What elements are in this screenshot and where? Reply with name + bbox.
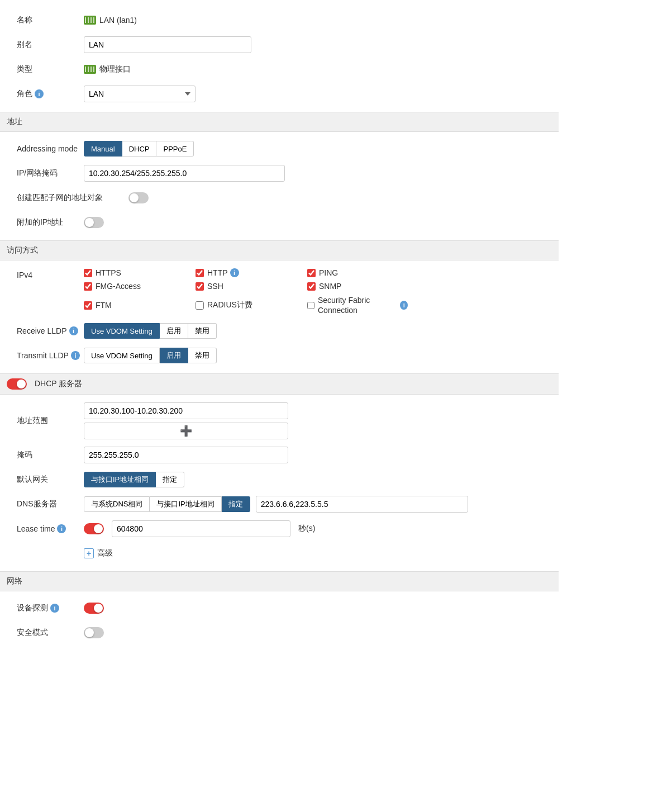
detect-toggle[interactable]	[84, 603, 104, 614]
radius-checkbox-wrap: RADIUS计费	[196, 295, 296, 315]
addressing-mode-value: Manual DHCP PPPoE	[84, 141, 542, 157]
mask-row: 掩码	[17, 446, 542, 464]
receive-lldp-disable-btn[interactable]: 禁用	[188, 323, 217, 339]
gateway-same-btn[interactable]: 与接口IP地址相同	[84, 472, 156, 487]
ssh-label: SSH	[207, 282, 223, 291]
name-label: 名称	[17, 15, 84, 25]
transmit-lldp-enable-btn[interactable]: 启用	[160, 348, 188, 363]
ftm-checkbox[interactable]	[84, 301, 92, 310]
safe-mode-row: 安全模式	[17, 624, 542, 642]
extra-ip-label: 附加的IP地址	[17, 217, 84, 227]
ipv4-checkboxes: HTTPS HTTP i PING FMG-Access SSH SNMP	[84, 268, 542, 315]
fmg-label: FMG-Access	[96, 282, 141, 291]
transmit-lldp-vdom-btn[interactable]: Use VDOM Setting	[84, 348, 160, 363]
snmp-checkbox[interactable]	[307, 282, 316, 291]
detect-toggle-wrap	[84, 603, 542, 614]
addressing-mode-row: Addressing mode Manual DHCP PPPoE	[17, 140, 542, 158]
https-checkbox[interactable]	[84, 269, 92, 277]
dns-specify-btn[interactable]: 指定	[222, 496, 250, 512]
alias-input[interactable]	[84, 36, 251, 53]
addr-range-input[interactable]	[84, 402, 288, 419]
lease-toggle[interactable]	[84, 523, 104, 534]
detect-info-icon[interactable]: i	[50, 604, 59, 613]
gateway-row: 默认网关 与接口IP地址相同 指定	[17, 471, 542, 489]
dns-system-btn[interactable]: 与系统DNS相同	[84, 496, 150, 512]
ftm-label: FTM	[96, 301, 112, 310]
detect-row: 设备探测 i	[17, 599, 542, 617]
dhcp-section-header: DHCP 服务器	[0, 373, 559, 395]
lease-info-icon[interactable]: i	[57, 524, 66, 533]
transmit-lldp-info-icon[interactable]: i	[71, 351, 80, 360]
http-info-icon[interactable]: i	[230, 268, 239, 277]
addressing-mode-group: Manual DHCP PPPoE	[84, 141, 194, 157]
transmit-lldp-row: Transmit LLDP i Use VDOM Setting 启用 禁用	[17, 347, 542, 364]
lease-time-label: Lease time i	[17, 524, 84, 533]
receive-lldp-enable-btn[interactable]: 启用	[160, 323, 188, 339]
http-checkbox-wrap: HTTP i	[196, 268, 296, 277]
ip-mask-label: IP/网络掩码	[17, 168, 84, 178]
advanced-toggle-row[interactable]: + 高级	[84, 548, 113, 558]
mode-dhcp-btn[interactable]: DHCP	[122, 141, 157, 157]
lease-input[interactable]	[112, 520, 290, 537]
gateway-group: 与接口IP地址相同 指定	[84, 472, 184, 487]
addr-range-label: 地址范围	[17, 416, 84, 426]
mask-input[interactable]	[84, 447, 288, 463]
ip-mask-input[interactable]	[84, 165, 285, 182]
secfab-info-icon[interactable]: i	[400, 301, 408, 310]
type-row: 类型 物理接口	[17, 60, 542, 78]
mode-pppoe-btn[interactable]: PPPoE	[156, 141, 194, 157]
safe-mode-toggle[interactable]	[84, 627, 104, 638]
detect-track	[84, 603, 104, 614]
name-row: 名称 LAN (lan1)	[17, 11, 542, 29]
role-value-container: LAN WAN DMZ Undefined	[84, 86, 542, 102]
advanced-text: 高级	[97, 548, 113, 558]
create-address-track	[128, 192, 149, 203]
receive-lldp-row: Receive LLDP i Use VDOM Setting 启用 禁用	[17, 322, 542, 340]
ping-label: PING	[319, 268, 338, 277]
lease-time-row: Lease time i 秒(s)	[17, 520, 542, 538]
ssh-checkbox[interactable]	[196, 282, 204, 291]
name-value-container: LAN (lan1)	[84, 16, 542, 25]
add-range-btn[interactable]: ➕	[84, 423, 288, 439]
secfab-checkbox[interactable]	[307, 301, 314, 310]
radius-checkbox[interactable]	[196, 301, 204, 310]
dns-iface-btn[interactable]: 与接口IP地址相同	[150, 496, 221, 512]
addr-range-row: 地址范围 ➕	[17, 402, 542, 439]
role-info-icon[interactable]: i	[35, 89, 44, 98]
role-select[interactable]: LAN WAN DMZ Undefined	[84, 86, 196, 102]
dhcp-thumb	[17, 380, 26, 388]
receive-lldp-vdom-btn[interactable]: Use VDOM Setting	[84, 323, 160, 339]
ping-checkbox[interactable]	[307, 269, 316, 277]
safe-mode-toggle-wrap	[84, 627, 542, 638]
ip-mask-row: IP/网络掩码	[17, 164, 542, 182]
mode-manual-btn[interactable]: Manual	[84, 141, 122, 157]
dns-row: DNS服务器 与系统DNS相同 与接口IP地址相同 指定	[17, 495, 542, 513]
dhcp-toggle[interactable]	[7, 378, 27, 390]
receive-lldp-info-icon[interactable]: i	[69, 326, 78, 335]
access-section-header: 访问方式	[0, 240, 559, 260]
transmit-lldp-disable-btn[interactable]: 禁用	[188, 348, 217, 363]
fmg-checkbox[interactable]	[84, 282, 92, 291]
safe-mode-label: 安全模式	[17, 628, 84, 638]
create-address-label: 创建匹配子网的地址对象	[17, 193, 128, 203]
safe-mode-track	[84, 627, 104, 638]
dhcp-track	[7, 378, 27, 390]
ssh-checkbox-wrap: SSH	[196, 282, 296, 291]
extra-ip-toggle[interactable]	[84, 217, 104, 228]
snmp-label: SNMP	[319, 282, 341, 291]
lease-time-value: 秒(s)	[84, 520, 542, 537]
receive-lldp-label: Receive LLDP i	[17, 326, 84, 335]
http-checkbox[interactable]	[196, 269, 204, 277]
network-section-header: 网络	[0, 571, 559, 591]
addressing-mode-label: Addressing mode	[17, 144, 84, 153]
gateway-label: 默认网关	[17, 475, 84, 485]
create-address-toggle[interactable]	[128, 192, 149, 203]
type-value-container: 物理接口	[84, 64, 542, 74]
extra-ip-track	[84, 217, 104, 228]
create-address-thumb	[130, 193, 139, 202]
type-label: 类型	[17, 64, 84, 74]
gateway-specify-btn[interactable]: 指定	[156, 472, 184, 487]
ipv4-row: IPv4 HTTPS HTTP i PING FMG-Access	[17, 268, 542, 315]
lease-thumb	[94, 524, 103, 533]
dns-input[interactable]	[256, 496, 468, 513]
